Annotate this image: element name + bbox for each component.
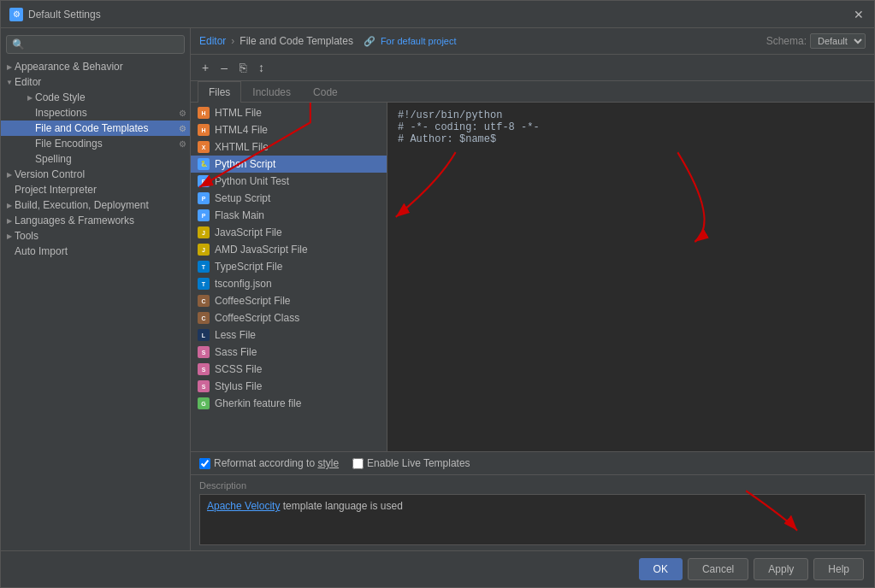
file-icon-stylus: S [198,380,210,392]
file-item-less[interactable]: L Less File [191,326,387,344]
apache-velocity-link[interactable]: Apache Velocity [207,500,280,512]
sidebar-item-version-control[interactable]: Version Control [1,167,190,182]
schema-area: Schema: Default [766,33,866,49]
file-icon-less: L [198,329,210,341]
file-item-html[interactable]: H HTML File [191,104,387,121]
file-item-scss[interactable]: S SCSS File [191,361,387,378]
reformat-label-link[interactable]: style [317,457,339,469]
live-templates-label[interactable]: Enable Live Templates [367,457,470,469]
file-list: H HTML File H HTML4 File X XHTML File [191,103,387,451]
main-panel: Editor › File and Code Templates 🔗 For d… [191,28,874,550]
file-item-sass[interactable]: S Sass File [191,344,387,361]
sidebar-item-file-encodings[interactable]: File Encodings ⚙ [1,136,190,151]
reformat-checkbox[interactable] [199,458,210,469]
sidebar-item-label-spelling: Spelling [35,153,72,165]
sidebar-item-label-tools: Tools [15,230,38,242]
ok-button[interactable]: OK [639,558,683,580]
search-input[interactable] [6,35,185,54]
split-container: H HTML File H HTML4 File X XHTML File [191,103,874,550]
sidebar-item-inspections[interactable]: Inspections ⚙ [1,105,190,121]
live-templates-checkbox[interactable] [352,458,364,469]
file-icon-amd-javascript: J [198,244,210,256]
file-item-python-script[interactable]: 🐍 Python Script [191,156,387,173]
schema-label: Schema: [766,35,807,47]
file-label-stylus: Stylus File [215,380,262,392]
file-icon-xhtml: X [198,141,210,153]
tab-code[interactable]: Code [302,81,349,103]
file-icon-typescript: T [198,261,210,273]
help-button[interactable]: Help [813,558,864,580]
file-label-scss: SCSS File [215,363,262,375]
file-label-xhtml: XHTML File [215,141,269,153]
tab-includes[interactable]: Includes [241,81,302,103]
main-content: Appearance & Behavior Editor Code Style … [1,28,874,550]
tree-arrow-appearance [4,63,15,71]
file-item-typescript[interactable]: T TypeScript File [191,258,387,275]
reformat-label[interactable]: Reformat according to style [214,457,339,469]
file-item-stylus[interactable]: S Stylus File [191,378,387,395]
file-item-amd-javascript[interactable]: J AMD JavaScript File [191,241,387,258]
file-label-setup-script: Setup Script [215,192,270,204]
breadcrumb-editor[interactable]: Editor [199,35,226,47]
copy-button[interactable]: ⎘ [235,58,251,77]
file-item-coffeescript-file[interactable]: C CoffeeScript File [191,292,387,309]
file-icon-sass: S [198,346,210,358]
file-label-amd-javascript: AMD JavaScript File [215,244,308,256]
file-icon-gherkin: G [198,397,210,409]
file-icon-coffeescript-class: C [198,312,210,324]
file-item-javascript[interactable]: J JavaScript File [191,224,387,241]
sidebar-item-spelling[interactable]: Spelling [1,151,190,167]
settings-window: ⚙ Default Settings ✕ Appearance & Behavi… [0,0,875,588]
schema-select[interactable]: Default [810,33,866,49]
file-icon-scss: S [198,363,210,375]
tree-arrow-tools [4,232,15,240]
file-item-flask-main[interactable]: P Flask Main [191,207,387,224]
sidebar-item-label-vc: Version Control [15,168,85,180]
file-label-javascript: JavaScript File [215,226,282,238]
file-label-less: Less File [215,329,256,341]
sidebar-item-build-execution[interactable]: Build, Execution, Deployment [1,197,190,213]
sidebar-item-project-interpreter[interactable]: Project Interpreter [1,182,190,197]
remove-button[interactable]: – [216,58,232,77]
sidebar-item-label-fct: File and Code Templates [35,122,149,134]
live-templates-checkbox-group: Enable Live Templates [352,457,470,469]
sidebar: Appearance & Behavior Editor Code Style … [1,28,191,550]
file-item-coffeescript-class[interactable]: C CoffeeScript Class [191,309,387,326]
code-editor[interactable]: #!/usr/bin/python # -*- coding: utf-8 -*… [387,103,874,451]
sidebar-item-editor[interactable]: Editor [1,74,190,90]
file-item-html4[interactable]: H HTML4 File [191,121,387,138]
tree-arrow-code-style [25,94,35,102]
file-item-xhtml[interactable]: X XHTML File [191,138,387,156]
sidebar-item-appearance[interactable]: Appearance & Behavior [1,59,190,74]
file-label-python-unit-test: Python Unit Test [215,175,289,187]
tab-files[interactable]: Files [198,81,241,103]
file-item-python-unit-test[interactable]: P Python Unit Test [191,173,387,190]
sidebar-item-label-be: Build, Execution, Deployment [15,199,149,211]
sidebar-item-label-lang: Languages & Frameworks [15,215,134,226]
file-icon-setup-script: P [198,192,210,204]
toolbar: + – ⎘ ↕ [191,55,874,81]
file-label-coffeescript-class: CoffeeScript Class [215,312,299,324]
file-label-coffeescript-file: CoffeeScript File [215,295,290,307]
file-item-tsconfig[interactable]: T tsconfig.json [191,275,387,292]
apply-button[interactable]: Apply [754,558,808,580]
file-label-typescript: TypeScript File [215,261,282,273]
sidebar-item-languages[interactable]: Languages & Frameworks [1,213,190,228]
description-text: template language is used [280,500,402,512]
window-title: Default Settings [28,9,101,21]
breadcrumb-project[interactable]: For default project [381,36,457,46]
sidebar-item-file-code-templates[interactable]: File and Code Templates ⚙ [1,121,190,136]
move-button[interactable]: ↕ [254,58,269,77]
app-icon: ⚙ [9,8,23,21]
add-button[interactable]: + [198,58,213,77]
file-icon-python-script: 🐍 [198,158,210,170]
file-item-setup-script[interactable]: P Setup Script [191,190,387,207]
sidebar-item-code-style[interactable]: Code Style [1,90,190,105]
sidebar-item-auto-import[interactable]: Auto Import [1,244,190,259]
cancel-button[interactable]: Cancel [688,558,748,580]
file-item-gherkin[interactable]: G Gherkin feature file [191,395,387,412]
close-button[interactable]: ✕ [852,8,866,21]
title-bar-left: ⚙ Default Settings [9,8,101,21]
breadcrumb-bar: Editor › File and Code Templates 🔗 For d… [191,28,874,55]
sidebar-item-tools[interactable]: Tools [1,228,190,244]
